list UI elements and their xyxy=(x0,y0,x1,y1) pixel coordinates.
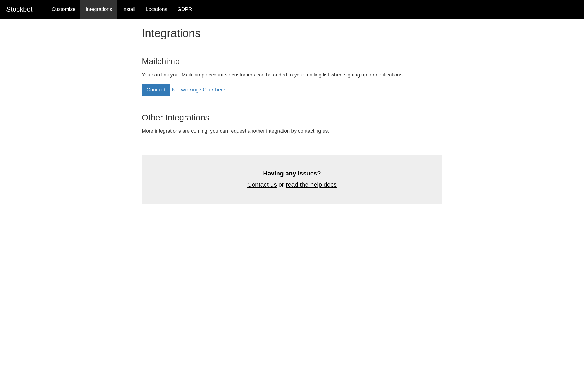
nav-item-customize[interactable]: Customize xyxy=(46,0,80,19)
nav-item-integrations[interactable]: Integrations xyxy=(80,0,117,19)
navbar: Stockbot Customize Integrations Install … xyxy=(0,0,584,19)
mailchimp-title: Mailchimp xyxy=(142,57,461,66)
other-integrations-title: Other Integrations xyxy=(142,113,461,122)
other-integrations-description: More integrations are coming, you can re… xyxy=(142,127,461,135)
connect-button[interactable]: Connect xyxy=(142,84,170,96)
mailchimp-actions: Connect Not working? Click here xyxy=(142,84,461,96)
brand-logo[interactable]: Stockbot xyxy=(6,5,32,13)
nav-items: Customize Integrations Install Locations… xyxy=(46,0,197,19)
page-title: Integrations xyxy=(142,27,461,40)
not-working-link[interactable]: Not working? Click here xyxy=(172,87,225,93)
help-text: Contact us or read the help docs xyxy=(147,181,437,188)
help-title: Having any issues? xyxy=(147,170,437,177)
nav-item-gdpr[interactable]: GDPR xyxy=(172,0,197,19)
help-docs-link[interactable]: read the help docs xyxy=(286,181,337,188)
main-container: Integrations Mailchimp You can link your… xyxy=(123,19,461,204)
help-or-text: or xyxy=(277,181,286,188)
help-panel: Having any issues? Contact us or read th… xyxy=(142,155,442,204)
nav-item-locations[interactable]: Locations xyxy=(141,0,172,19)
contact-us-link[interactable]: Contact us xyxy=(247,181,277,188)
nav-item-install[interactable]: Install xyxy=(117,0,140,19)
mailchimp-description: You can link your Mailchimp account so c… xyxy=(142,71,461,79)
